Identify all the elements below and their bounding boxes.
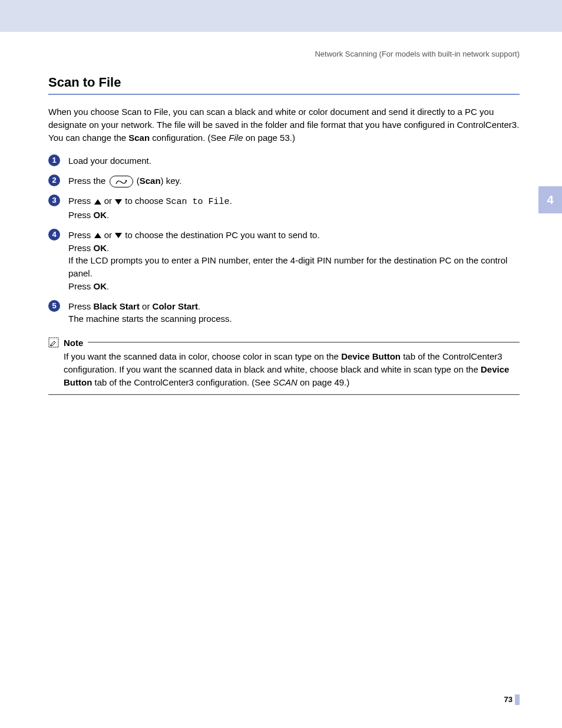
- intro-text-3: on page 53.): [243, 133, 295, 143]
- intro-scan-bold: Scan: [128, 133, 150, 143]
- step-2-text-c: ) key.: [161, 176, 182, 186]
- step-3-ok: OK: [94, 210, 107, 220]
- note-block: Note If you want the scanned data in col…: [48, 337, 520, 395]
- up-arrow-icon: [94, 233, 101, 238]
- step-5: Press Black Start or Color Start. The ma…: [48, 300, 520, 326]
- step-3-text-c: .: [230, 196, 232, 206]
- up-arrow-icon: [94, 199, 101, 205]
- step-4-line2b: .: [107, 243, 109, 253]
- step-4-or: or: [102, 230, 115, 240]
- step-list: Load your document. Press the (Scan) key…: [48, 154, 520, 325]
- step-1: Load your document.: [48, 154, 520, 167]
- step-5-or: or: [140, 301, 153, 311]
- step-5-line2: The machine starts the scanning process.: [68, 314, 232, 324]
- step-4: Press or to choose the destination PC yo…: [48, 229, 520, 293]
- step-5-bs: Black Start: [94, 301, 140, 311]
- page-number: 73: [504, 694, 520, 705]
- note-body-3: tab of the ControlCenter3 configuration.…: [92, 377, 273, 387]
- note-scan-ref: SCAN: [273, 377, 297, 387]
- step-4-line3: If the LCD prompts you to enter a PIN nu…: [68, 255, 507, 278]
- step-4-ok2: OK: [94, 281, 107, 291]
- top-banner: [0, 0, 562, 32]
- down-arrow-icon: [115, 199, 122, 205]
- note-rule-top: [88, 342, 520, 342]
- step-4-line2a: Press: [68, 243, 94, 253]
- note-db1: Device Button: [341, 351, 401, 361]
- intro-paragraph: When you choose Scan to File, you can sc…: [48, 106, 520, 144]
- note-body: If you want the scanned data in color, c…: [48, 348, 520, 395]
- step-4-ok: OK: [94, 243, 107, 253]
- step-3: Press or to choose Scan to File. Press O…: [48, 195, 520, 222]
- step-2-text-a: Press the: [68, 176, 108, 186]
- step-4-line4a: Press: [68, 281, 94, 291]
- svg-rect-0: [49, 338, 58, 347]
- step-1-text: Load your document.: [68, 156, 151, 166]
- step-4-text-a: Press: [68, 230, 94, 240]
- note-title: Note: [64, 338, 83, 348]
- step-3-line2a: Press: [68, 210, 94, 220]
- step-3-or: or: [102, 196, 115, 206]
- running-header: Network Scanning (For models with built-…: [0, 32, 562, 58]
- step-5-cs: Color Start: [153, 301, 199, 311]
- down-arrow-icon: [115, 233, 122, 238]
- note-icon: [48, 337, 59, 348]
- step-4-line4b: .: [107, 281, 109, 291]
- step-2-scan-bold: Scan: [140, 176, 161, 186]
- section-heading: Scan to File: [48, 75, 520, 90]
- heading-rule: [48, 94, 520, 95]
- chapter-tab: 4: [538, 186, 562, 213]
- note-body-1: If you want the scanned data in color, c…: [64, 351, 341, 361]
- step-2-text-b: (: [134, 176, 140, 186]
- step-3-line2b: .: [107, 210, 109, 220]
- step-2: Press the (Scan) key.: [48, 174, 520, 187]
- step-3-text-b: to choose: [123, 196, 166, 206]
- note-body-4: on page 49.): [297, 377, 349, 387]
- intro-text-2: configuration. (See: [150, 133, 229, 143]
- step-5-text-b: .: [198, 301, 200, 311]
- scan-key-icon: [110, 176, 133, 187]
- step-4-text-b: to choose the destination PC you want to…: [123, 230, 319, 240]
- step-3-text-a: Press: [68, 196, 94, 206]
- intro-file-italic: File: [229, 133, 243, 143]
- step-5-text-a: Press: [68, 301, 94, 311]
- step-3-mono: Scan to File: [166, 197, 230, 207]
